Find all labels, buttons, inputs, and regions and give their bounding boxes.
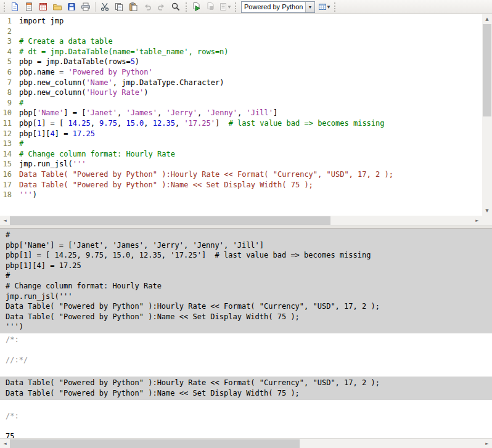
scroll-down-button[interactable]: ▼ [482, 206, 492, 216]
new-data-table-button[interactable] [36, 1, 50, 14]
line-number: 18 [0, 190, 12, 200]
combobox-dropdown-button[interactable]: ▼ [305, 2, 314, 12]
code-editor[interactable]: 123456789101112131415161718 import jmp #… [0, 14, 482, 216]
code-line: pbp[1][4] = 17.25 [19, 129, 482, 139]
line-number: 17 [0, 180, 12, 190]
language-combobox-value: Powered by Python [242, 3, 305, 10]
stop-script-icon [206, 2, 216, 12]
log-line: # Change column format: Hourly Rate [0, 281, 492, 291]
editor-horizontal-scrollbar[interactable]: ◄ ► [0, 216, 482, 226]
run-script-button[interactable] [190, 1, 203, 14]
open-folder-button[interactable] [51, 1, 64, 14]
chevron-down-icon: ▼ [326, 4, 331, 10]
toolbar-grip[interactable] [334, 2, 335, 12]
scrollbar-corner [482, 216, 492, 226]
log-pane[interactable]: #pbp['Name'] = ['Janet', 'James', 'Jerry… [0, 229, 492, 438]
new-journal-button[interactable] [22, 1, 36, 14]
scroll-right-button[interactable]: ► [472, 216, 482, 226]
line-number: 2 [0, 26, 12, 37]
log-line: Data Table( "Powered by Python" ):Hourly… [0, 378, 492, 388]
code-line: Data Table( "Powered by Python" ):Hourly… [19, 169, 482, 180]
line-number-gutter: 123456789101112131415161718 [0, 16, 16, 216]
line-number: 3 [0, 36, 12, 47]
line-number: 15 [0, 159, 12, 169]
chevron-down-icon: ▼ [308, 5, 313, 9]
log-horizontal-scrollbar[interactable]: ◄ ► [0, 438, 492, 448]
paste-icon [128, 2, 138, 12]
paste-button[interactable] [126, 1, 140, 14]
redo-icon [157, 2, 166, 12]
new-script-icon [10, 2, 20, 12]
code-line: jmp.run_jsl(''' [19, 159, 482, 169]
scroll-up-button[interactable]: ▲ [482, 14, 492, 24]
toolbar-grip[interactable] [186, 2, 187, 12]
log-line: Data Table( "Powered by Python" ):Name <… [0, 388, 492, 399]
scroll-left-button[interactable]: ◄ [0, 216, 10, 226]
log-line: jmp.run_jsl(''' [0, 291, 492, 302]
line-number: 6 [0, 67, 12, 78]
code-line: import jmp [19, 16, 482, 26]
scroll-left-button[interactable]: ◄ [0, 439, 10, 448]
line-number: 16 [0, 169, 12, 180]
script-window: ▼ Powered by Python ▼ ▼ 1234567891011121… [0, 0, 492, 448]
log-line [0, 365, 492, 376]
log-line: Data Table( "Powered by Python" ):Name <… [0, 312, 492, 322]
log-line: /*: [0, 411, 492, 422]
vertical-scrollbar-thumb[interactable] [483, 24, 491, 116]
line-number: 12 [0, 129, 12, 139]
code-line: pbp[1] = [ 14.25, 9.75, 15.0, 12.35, '17… [19, 118, 482, 129]
log-block: Data Table( "Powered by Python" ):Hourly… [0, 377, 492, 399]
save-button[interactable] [65, 1, 78, 14]
toolbar-grip[interactable] [235, 2, 236, 12]
open-folder-icon [52, 2, 62, 12]
line-number: 14 [0, 149, 12, 160]
copy-button[interactable] [112, 1, 126, 14]
log-line: pbp[1] = [ 14.25, 9.75, 15.0, 12.35, '17… [0, 250, 492, 261]
log-line: ''') [0, 322, 492, 332]
line-number: 13 [0, 139, 12, 149]
log-line [0, 345, 492, 356]
line-number: 4 [0, 47, 12, 57]
line-number: 7 [0, 78, 12, 88]
new-script-button[interactable] [8, 1, 22, 14]
code-line: # Create a data table [19, 36, 482, 47]
print-icon [81, 2, 91, 12]
cut-button[interactable] [98, 1, 112, 14]
log-line [0, 422, 492, 432]
new-data-table-icon [38, 2, 48, 12]
redo-button[interactable] [155, 1, 168, 14]
undo-button[interactable] [141, 1, 154, 14]
scroll-right-button[interactable]: ► [482, 439, 492, 448]
toolbar-separator [95, 2, 96, 12]
line-number: 1 [0, 16, 12, 26]
code-line: pbp.name = 'Powered by Python' [19, 67, 482, 78]
code-line: # [19, 98, 482, 108]
search-button[interactable] [169, 1, 182, 14]
cut-icon [100, 2, 110, 12]
toolbar-grip[interactable] [4, 2, 5, 12]
log-block: /*: 75 [0, 400, 492, 439]
print-button[interactable] [79, 1, 92, 14]
code-line: pbp = jmp.DataTable(rows=5) [19, 57, 482, 67]
log-line: pbp[1][4] = 17.25 [0, 261, 492, 271]
code-line: pbp.new_column('Hourly Rate') [19, 88, 482, 98]
log-line: 75 [0, 431, 492, 438]
search-icon [171, 2, 181, 12]
stop-script-button[interactable] [204, 1, 218, 14]
line-number: 9 [0, 98, 12, 108]
line-number: 8 [0, 88, 12, 98]
copy-icon [114, 2, 124, 12]
log-line: Data Table( "Powered by Python" ):Hourly… [0, 301, 492, 312]
language-combobox[interactable]: Powered by Python ▼ [241, 1, 315, 13]
editor-vertical-scrollbar[interactable]: ▲ ▼ [482, 14, 492, 216]
log-line: /*: [0, 335, 492, 345]
horizontal-scrollbar-thumb[interactable] [10, 216, 330, 225]
code-line: # Change column format: Hourly Rate [19, 149, 482, 160]
undo-icon [142, 2, 152, 12]
toolbar: ▼ Powered by Python ▼ ▼ [0, 0, 492, 14]
new-journal-icon [24, 2, 34, 12]
script-menu-button[interactable]: ▼ [218, 1, 232, 14]
save-icon [67, 2, 76, 12]
table-menu-button[interactable]: ▼ [318, 1, 331, 14]
horizontal-scrollbar-thumb[interactable] [10, 439, 300, 448]
